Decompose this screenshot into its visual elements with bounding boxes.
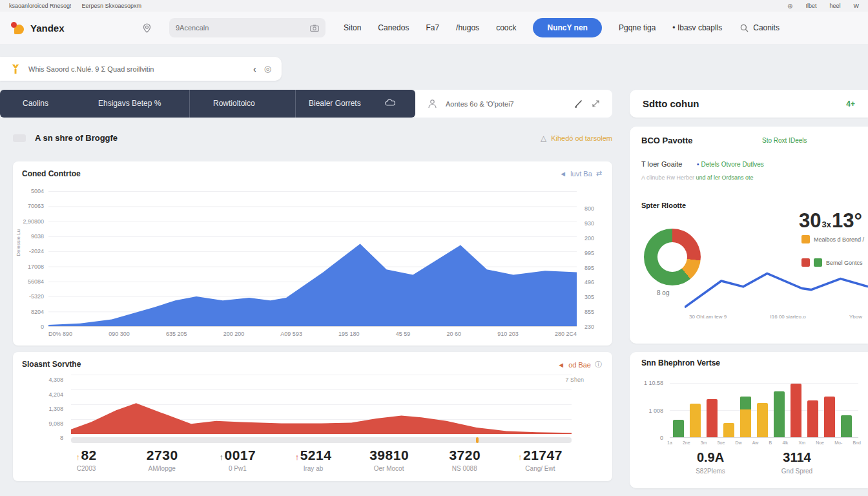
sidebar-title: Sdtto cohun: [643, 98, 699, 109]
topbar-link[interactable]: ksaoanloroiced Rnesog!: [9, 3, 72, 9]
x-axis: 30 Ohl.am tew 9I16 00 siarteo.oYbow: [689, 314, 862, 320]
search-input[interactable]: [176, 24, 305, 32]
summary-stats: ↑82 C2003 2730 AM/lopge ↑0017 0 Pw1 ↑521…: [48, 448, 578, 472]
bar-segment: [740, 397, 751, 409]
bottom-stat[interactable]: 0.9A S82Plems: [667, 450, 754, 475]
y-tick-label: 9038: [31, 233, 44, 240]
warning-label: Kihedó od tarsolem: [551, 134, 612, 142]
cloud-icon[interactable]: [385, 99, 395, 106]
counter-selector[interactable]: Whis Saoord c.Nulé. 9 Σ Quad sroillvitin…: [0, 57, 282, 81]
y-axis-right: 800930200995895496305855230: [584, 205, 610, 330]
description-green: und af ler Ordsans ote: [696, 174, 754, 181]
summary-stat[interactable]: 3720 NS 0088: [427, 448, 502, 472]
x-tick-label: Dw: [736, 440, 742, 445]
nav-item[interactable]: /hugos: [456, 23, 479, 32]
target-icon[interactable]: ◎: [264, 64, 271, 74]
legend-chip: [814, 258, 822, 267]
warning-link[interactable]: △ Kihedó od tarsolem: [541, 134, 612, 143]
weekly-bars-card: Snn Bhephron Vertse 1 10.581 0080 1a2ne3…: [630, 352, 868, 488]
nav-item[interactable]: Siton: [344, 23, 361, 32]
y-tick-label: 8204: [31, 309, 44, 315]
y-tick-label: 4,204: [48, 391, 63, 398]
pencil-icon[interactable]: [574, 99, 583, 108]
summary-stat[interactable]: ↑5214 Iray ab: [275, 448, 351, 472]
stat-label: 0 Pw1: [200, 465, 275, 472]
stat-label: S82Plems: [667, 468, 754, 475]
topbar-link[interactable]: W: [854, 3, 860, 9]
topbar-link[interactable]: Eerpesn Skxoaesopxm: [82, 3, 142, 9]
x-tick-label: 5oe: [718, 440, 725, 445]
sessions-chart-card: Sloasnt Sorvthe ◄ od Bae ⓘ 7 Shen 4,3084…: [13, 352, 612, 481]
area-chart-visits[interactable]: [48, 191, 577, 327]
nav-item[interactable]: Canedos: [378, 23, 409, 32]
x-axis: 1a2ne3m5oeDwAwB4lkXmNoeMo-Bnd: [667, 440, 861, 445]
tab-3[interactable]: Rowtioltoico: [213, 99, 255, 108]
card-title: Snn Bhephron Vertse: [641, 358, 720, 367]
x-tick-label: Ybow: [849, 314, 862, 320]
bar-chart[interactable]: [670, 383, 858, 438]
tab-1[interactable]: Caolins: [23, 99, 48, 108]
info-icon[interactable]: ⓘ: [595, 360, 602, 369]
bar: [824, 397, 835, 437]
legend-item[interactable]: Meaibos d Borend /: [801, 235, 864, 243]
row-link[interactable]: •Detels Otvore Dutlves: [697, 161, 764, 168]
nav-item[interactable]: coock: [496, 23, 516, 32]
bar: [790, 384, 801, 437]
summary-stat[interactable]: ↑21747 Cang/ Ewt: [502, 448, 578, 472]
header-link[interactable]: • Ibasv cbaplls: [672, 23, 722, 32]
big-metric-rest: 13°: [832, 209, 862, 232]
segment-label[interactable]: Aontes 6o & 'O'potei7: [446, 100, 565, 108]
tab-2[interactable]: Ehsigavs Betep %: [98, 99, 161, 108]
bar: [707, 399, 718, 437]
trend-line-chart[interactable]: [685, 270, 868, 314]
y-tick-label: -5320: [29, 293, 44, 300]
summary-stat[interactable]: 39810 Oer Mocot: [351, 448, 427, 472]
brand[interactable]: Yandex: [10, 21, 143, 35]
summary-stat[interactable]: 2730 AM/lopge: [124, 448, 200, 472]
summary-stat[interactable]: ↑82 C2003: [48, 448, 124, 472]
chevron-left-icon[interactable]: ‹: [253, 64, 256, 74]
x-tick-label: 090 300: [108, 331, 130, 337]
header-link-label: Ibasv cbaplls: [677, 23, 722, 32]
chart-settings-link[interactable]: ◄ luvt Ba ⇄: [559, 169, 602, 178]
summary-stat[interactable]: ↑0017 0 Pw1: [200, 448, 275, 472]
y-tick-label: 930: [584, 220, 594, 227]
y-tick-label: 200: [584, 235, 594, 242]
y-tick-label: 9,088: [48, 420, 63, 427]
header-link[interactable]: Pgqne tiga: [619, 23, 656, 32]
warning-triangle-icon: △: [541, 134, 546, 143]
nav-item[interactable]: Fa7: [426, 23, 439, 32]
bar: [673, 420, 684, 437]
legend-label: Bemel Gontcs: [826, 260, 863, 266]
seo-report-card: BCO Pavotte Sto Roxt IDeels T loer Goait…: [630, 127, 868, 344]
topbar-link[interactable]: heel: [829, 3, 840, 9]
legend-item[interactable]: Bemel Gontcs: [801, 258, 863, 267]
visits-chart-card: Coned Contrtoe ◄ luvt Ba ⇄ Delessie Lu 5…: [13, 161, 612, 346]
report-tabs: Caolins Ehsigavs Betep % Rowtioltoico Bi…: [0, 90, 415, 118]
sidebar-badge[interactable]: 4+: [846, 99, 855, 108]
brand-name: Yandex: [30, 23, 65, 34]
expand-icon[interactable]: [592, 100, 599, 107]
primary-action-button[interactable]: NuncY nen: [533, 18, 601, 37]
bottom-stat[interactable]: 3114 Gnd Spred: [754, 450, 840, 475]
y-tick-label: 1 008: [648, 408, 663, 414]
y-tick-label: 895: [584, 265, 594, 271]
site-search-link[interactable]: Caonits: [740, 23, 780, 32]
globe-icon[interactable]: ⊕: [787, 3, 792, 10]
tab-4[interactable]: Biealer Gorrets: [309, 99, 361, 108]
x-tick-label: Mo-: [834, 440, 842, 445]
card-link[interactable]: Sto Roxt IDeels: [762, 137, 868, 144]
location-pin-icon[interactable]: [143, 23, 151, 33]
search-icon: [740, 24, 749, 32]
topbar-link[interactable]: Ilbet: [805, 3, 816, 9]
camera-icon[interactable]: [310, 25, 319, 32]
y-axis-left: 5004700632,908009038-20241700856084-5320…: [13, 188, 44, 330]
chart-scrollbar[interactable]: [71, 437, 572, 443]
flag-icon: ◄: [559, 170, 566, 178]
bar: [807, 400, 818, 437]
scrollbar-marker: [476, 437, 479, 443]
chart-settings-link[interactable]: ◄ od Bae ⓘ: [557, 360, 602, 369]
area-chart-sessions[interactable]: [71, 375, 572, 434]
y-tick-label: 0: [660, 435, 663, 441]
metrica-y-icon: [10, 63, 21, 75]
